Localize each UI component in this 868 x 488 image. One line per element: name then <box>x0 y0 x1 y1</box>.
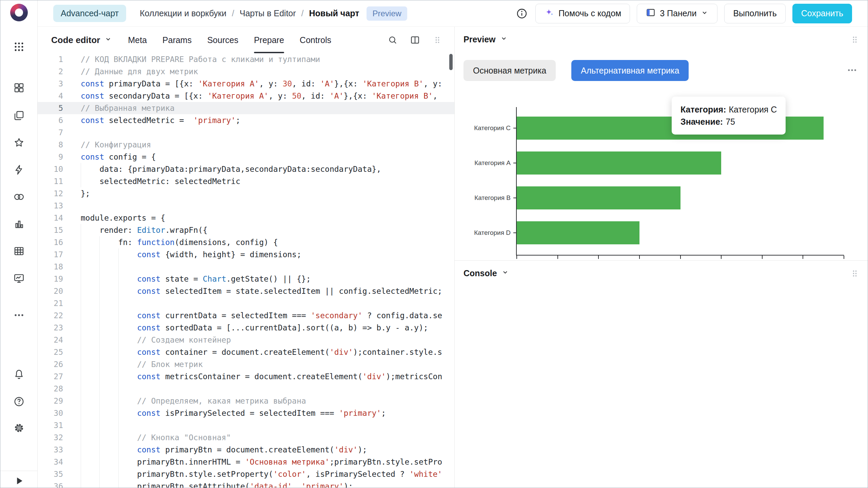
code-line-14[interactable]: 14module.exports = { <box>38 212 454 224</box>
code-line-18[interactable]: 18 <box>38 261 454 273</box>
help-icon[interactable] <box>13 395 25 408</box>
indent-guide <box>99 322 118 334</box>
code-line-26[interactable]: 26// Блок метрик <box>38 358 454 370</box>
datasets-icon[interactable] <box>13 191 25 203</box>
split-view-icon[interactable] <box>408 33 422 47</box>
apps-grid-icon[interactable] <box>13 41 25 53</box>
tables-icon[interactable] <box>13 245 25 257</box>
code-line-15[interactable]: 15render: Editor.wrapFn({ <box>38 224 454 236</box>
lightning-icon[interactable] <box>13 164 25 176</box>
code-line-5[interactable]: 5// Выбранная метрика <box>38 102 454 114</box>
code-line-7[interactable]: 7 <box>38 126 454 139</box>
code-line-23[interactable]: 23const sortedData = [...currentData].so… <box>38 322 454 334</box>
collections-icon[interactable] <box>13 109 25 122</box>
monitoring-icon[interactable] <box>13 272 25 284</box>
code-line-19[interactable]: 19const state = Chart.getState() || {}; <box>38 273 454 285</box>
console-header[interactable]: Console <box>463 268 509 278</box>
indent-guide <box>118 480 137 488</box>
code-line-4[interactable]: 4const secondaryData = [{x: 'Категория А… <box>38 90 454 102</box>
code-line-20[interactable]: 20const selectedItem = state.selectedIte… <box>38 285 454 297</box>
code-line-17[interactable]: 17const {width, height} = dimensions; <box>38 248 454 261</box>
editor-title-dropdown[interactable]: Code editor <box>51 35 112 45</box>
tab-sources[interactable]: Sources <box>207 27 238 53</box>
code-line-25[interactable]: 25const container = document.createEleme… <box>38 346 454 358</box>
code-line-32[interactable]: 32// Кнопка "Основная" <box>38 431 454 444</box>
indent-guide <box>118 358 137 370</box>
code-line-9[interactable]: 9const config = { <box>38 151 454 163</box>
indent-guide <box>99 261 118 273</box>
preview-header[interactable]: Preview <box>463 34 508 44</box>
drag-handle-icon[interactable] <box>431 33 444 47</box>
chart-bar[interactable] <box>517 186 680 209</box>
panels-dropdown-button[interactable]: 3 Панели <box>637 4 717 23</box>
code-area[interactable]: 1// КОД ВКЛАДКИ PREPARE Работа с кликами… <box>38 53 454 488</box>
preview-more-icon[interactable] <box>847 65 857 77</box>
indent-guide <box>118 444 137 456</box>
chart-bar[interactable] <box>517 221 639 244</box>
drag-handle-icon[interactable] <box>850 35 860 46</box>
indent-guide <box>118 285 137 297</box>
code-line-34[interactable]: 34primaryBtn.innerHTML = 'Основная метри… <box>38 456 454 468</box>
indent-guide <box>99 480 118 488</box>
info-icon[interactable] <box>515 7 529 20</box>
code-line-33[interactable]: 33const primaryBtn = document.createElem… <box>38 444 454 456</box>
secondary-metric-button[interactable]: Альтернативная метрика <box>571 60 689 81</box>
tab-prepare[interactable]: Prepare <box>254 27 284 53</box>
editor-header: Code editor MetaParamsSourcesPrepareCont… <box>38 27 454 53</box>
code-line-1[interactable]: 1// КОД ВКЛАДКИ PREPARE Работа с кликами… <box>38 53 454 65</box>
scrollbar-thumb[interactable] <box>449 54 453 70</box>
code-line-8[interactable]: 8// Конфигурация <box>38 139 454 151</box>
breadcrumb-separator: / <box>301 8 304 18</box>
code-line-3[interactable]: 3const primaryData = [{x: 'Категория А',… <box>38 78 454 90</box>
line-number: 8 <box>38 139 63 151</box>
app-type-chip[interactable]: Advanced-чарт <box>53 5 126 22</box>
code-line-2[interactable]: 2// Данные для двух метрик <box>38 65 454 78</box>
search-icon[interactable] <box>386 33 399 47</box>
code-line-10[interactable]: 10data: {primaryData:primaryData,seconda… <box>38 163 454 175</box>
code-line-27[interactable]: 27const metricsContainer = document.crea… <box>38 370 454 383</box>
more-icon[interactable] <box>13 309 25 321</box>
notifications-bell-icon[interactable] <box>13 368 25 381</box>
line-number: 28 <box>38 383 63 395</box>
run-button[interactable]: Выполнить <box>724 4 785 23</box>
indent-guide <box>99 395 118 407</box>
line-number: 26 <box>38 358 63 370</box>
favorites-star-icon[interactable] <box>13 137 25 149</box>
tab-meta[interactable]: Meta <box>128 27 147 53</box>
code-line-35[interactable]: 35primaryBtn.style.setProperty('color', … <box>38 468 454 480</box>
breadcrumb-workbook[interactable]: Чарты в Editor <box>240 8 296 18</box>
tooltip-category-row: Категория:Категория C <box>680 103 777 116</box>
help-with-code-button[interactable]: Помочь с кодом <box>535 4 630 23</box>
code-line-28[interactable]: 28 <box>38 383 454 395</box>
breadcrumb-collections[interactable]: Коллекции и воркбуки <box>140 8 226 18</box>
code-line-16[interactable]: 16fn: function(dimensions, config) { <box>38 236 454 248</box>
indent-guide <box>99 358 118 370</box>
code-line-12[interactable]: 12}; <box>38 187 454 200</box>
code-line-22[interactable]: 22const currentData = selectedItem === '… <box>38 309 454 322</box>
settings-gear-icon[interactable] <box>13 422 25 434</box>
code-line-11[interactable]: 11selectedMetric: selectedMetric <box>38 175 454 187</box>
chart-bar[interactable] <box>517 151 721 175</box>
code-line-31[interactable]: 31 <box>38 419 454 431</box>
y-axis: Категория CКатегория АКатегория BКатегор… <box>455 107 516 256</box>
preview-title: Preview <box>463 35 496 44</box>
code-line-13[interactable]: 13 <box>38 200 454 212</box>
primary-metric-button[interactable]: Основная метрика <box>463 60 556 81</box>
app-logo-icon[interactable] <box>10 4 28 21</box>
code-line-21[interactable]: 21 <box>38 297 454 309</box>
indent-guide <box>81 285 99 297</box>
save-button[interactable]: Сохранить <box>792 4 852 23</box>
tab-controls[interactable]: Controls <box>300 27 331 53</box>
code-line-6[interactable]: 6const selectedMetric = 'primary'; <box>38 114 454 126</box>
code-line-36[interactable]: 36primaryBtn.setAttribute('data-id', 'pr… <box>38 480 454 488</box>
code-line-30[interactable]: 30const isPrimarySelected = selectedItem… <box>38 407 454 419</box>
x-axis-tick <box>516 256 517 259</box>
indent-guide <box>81 297 99 309</box>
charts-icon[interactable] <box>13 218 25 230</box>
tab-params[interactable]: Params <box>162 27 192 53</box>
dashboard-icon[interactable] <box>13 82 25 94</box>
code-line-29[interactable]: 29// Определяем, какая метрика выбрана <box>38 395 454 407</box>
expand-panel-icon[interactable] <box>13 475 25 487</box>
code-line-24[interactable]: 24// Создаем контейнер <box>38 334 454 346</box>
drag-handle-icon[interactable] <box>850 269 860 280</box>
